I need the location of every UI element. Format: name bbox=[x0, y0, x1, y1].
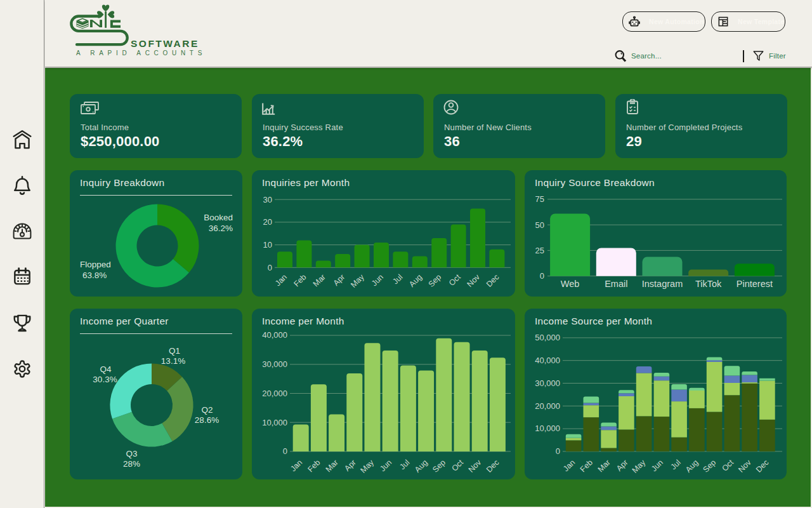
svg-text:May: May bbox=[349, 272, 366, 290]
svg-text:Sep: Sep bbox=[427, 272, 443, 289]
svg-text:75: 75 bbox=[535, 194, 544, 204]
svg-text:TikTok: TikTok bbox=[695, 279, 722, 289]
svg-text:Email: Email bbox=[605, 279, 627, 289]
svg-text:30: 30 bbox=[263, 195, 272, 204]
svg-text:25: 25 bbox=[535, 246, 544, 255]
svg-text:0: 0 bbox=[283, 446, 287, 456]
svg-text:Nov: Nov bbox=[465, 272, 481, 289]
svg-text:Jun: Jun bbox=[378, 458, 393, 473]
svg-text:Feb: Feb bbox=[292, 272, 308, 288]
svg-text:Apr: Apr bbox=[332, 272, 347, 288]
svg-text:Booked: Booked bbox=[204, 213, 233, 222]
svg-text:Mar: Mar bbox=[324, 458, 340, 474]
svg-text:Feb: Feb bbox=[579, 458, 594, 474]
svg-text:Q4: Q4 bbox=[100, 364, 112, 374]
svg-text:20: 20 bbox=[263, 217, 272, 227]
svg-text:Nov: Nov bbox=[737, 458, 753, 474]
svg-text:0: 0 bbox=[556, 446, 560, 456]
svg-text:0: 0 bbox=[268, 263, 272, 272]
svg-text:Web: Web bbox=[561, 279, 580, 289]
svg-text:40,000: 40,000 bbox=[535, 356, 560, 365]
svg-text:10,000: 10,000 bbox=[262, 418, 287, 427]
svg-text:Aug: Aug bbox=[413, 458, 429, 474]
svg-text:Jan: Jan bbox=[273, 272, 289, 288]
svg-text:30,000: 30,000 bbox=[535, 378, 560, 388]
svg-text:Oct: Oct bbox=[720, 458, 735, 473]
svg-text:Pinterest: Pinterest bbox=[737, 279, 773, 289]
svg-text:Jul: Jul bbox=[669, 458, 683, 471]
svg-text:A RAPID ACCOUNTS: A RAPID ACCOUNTS bbox=[76, 50, 206, 57]
svg-text:Dec: Dec bbox=[485, 272, 501, 289]
svg-text:Mar: Mar bbox=[311, 272, 327, 288]
svg-text:20,000: 20,000 bbox=[535, 401, 560, 411]
svg-text:Oct: Oct bbox=[447, 272, 462, 288]
svg-text:Jul: Jul bbox=[391, 272, 404, 286]
svg-text:13.1%: 13.1% bbox=[161, 356, 185, 366]
svg-text:20,000: 20,000 bbox=[262, 389, 287, 398]
svg-text:63.8%: 63.8% bbox=[82, 271, 107, 280]
svg-text:Aug: Aug bbox=[684, 458, 700, 474]
svg-text:Nov: Nov bbox=[467, 458, 483, 474]
svg-text:28%: 28% bbox=[123, 459, 140, 469]
svg-text:Q2: Q2 bbox=[201, 405, 213, 415]
svg-text:40,000: 40,000 bbox=[262, 330, 287, 340]
svg-text:Apr: Apr bbox=[343, 458, 358, 473]
svg-text:Aug: Aug bbox=[407, 272, 424, 289]
svg-text:Dec: Dec bbox=[485, 458, 501, 474]
svg-text:Sep: Sep bbox=[431, 458, 447, 474]
svg-text:Apr: Apr bbox=[615, 458, 630, 473]
svg-text:Dec: Dec bbox=[754, 458, 771, 474]
svg-text:Q3: Q3 bbox=[126, 449, 137, 458]
svg-text:SOFTWARE: SOFTWARE bbox=[131, 38, 199, 49]
svg-text:Mar: Mar bbox=[596, 458, 612, 474]
svg-text:Jun: Jun bbox=[370, 272, 385, 288]
svg-text:Jan: Jan bbox=[561, 458, 577, 473]
svg-text:50: 50 bbox=[535, 220, 544, 230]
svg-text:50,000: 50,000 bbox=[535, 333, 560, 342]
svg-text:Instagram: Instagram bbox=[642, 279, 683, 289]
svg-text:10,000: 10,000 bbox=[535, 424, 560, 433]
svg-text:30.3%: 30.3% bbox=[93, 375, 117, 384]
svg-text:Feb: Feb bbox=[306, 458, 322, 474]
svg-text:36.2%: 36.2% bbox=[209, 224, 233, 233]
svg-text:0: 0 bbox=[540, 271, 544, 281]
svg-text:Oct: Oct bbox=[450, 458, 465, 473]
svg-text:May: May bbox=[359, 458, 376, 475]
svg-text:28.6%: 28.6% bbox=[195, 415, 219, 425]
svg-text:Sep: Sep bbox=[702, 458, 718, 474]
svg-text:Flopped: Flopped bbox=[80, 260, 111, 269]
svg-text:Q1: Q1 bbox=[169, 346, 180, 356]
svg-text:30,000: 30,000 bbox=[262, 359, 287, 369]
svg-text:May: May bbox=[631, 458, 648, 475]
svg-text:Jun: Jun bbox=[650, 458, 665, 473]
svg-text:10: 10 bbox=[263, 240, 272, 250]
svg-text:Jan: Jan bbox=[289, 458, 304, 473]
svg-text:Jul: Jul bbox=[398, 458, 411, 471]
